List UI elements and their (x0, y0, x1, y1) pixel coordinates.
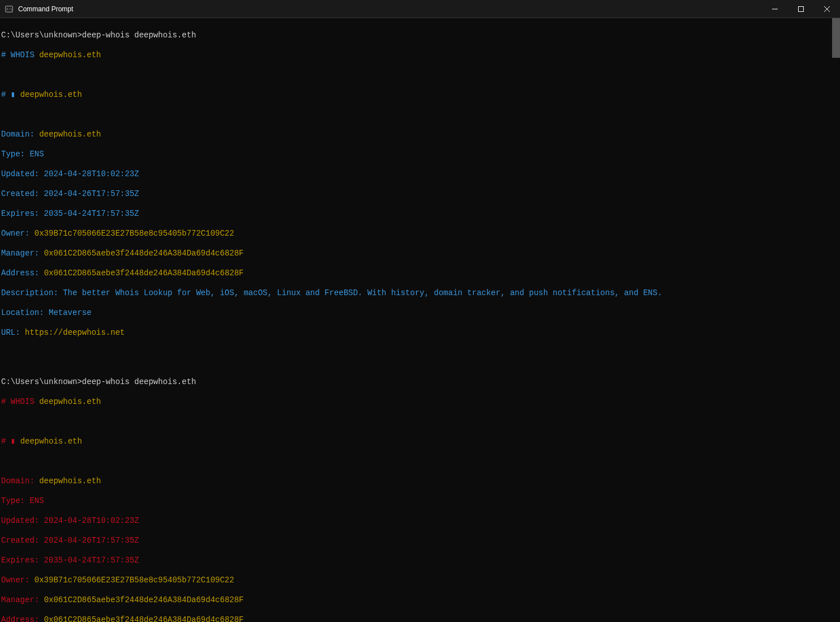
owner-value: 0x39B71c705066E23E27B58e8c95405b772C109C… (35, 576, 234, 585)
whois-header-prefix: # WHOIS (1, 50, 39, 59)
minimize-button[interactable] (762, 0, 788, 18)
description-line: Description: The better Whois Lookup for… (1, 288, 662, 297)
type-line: Type: ENS (1, 496, 44, 505)
titlebar-controls (762, 0, 840, 18)
svg-rect-3 (799, 6, 804, 11)
manager-label: Manager: (1, 595, 44, 604)
close-button[interactable] (814, 0, 840, 18)
cmd-icon: C:\ (5, 5, 14, 14)
domain-label: Domain: (1, 476, 39, 485)
command: deep-whois deepwhois.eth (82, 31, 196, 40)
expires-line: Expires: 2035-04-24T17:57:35Z (1, 556, 139, 565)
whois-header-domain: deepwhois.eth (39, 397, 101, 406)
svg-text:C:\: C:\ (7, 7, 12, 10)
owner-label: Owner: (1, 576, 35, 585)
command: deep-whois deepwhois.eth (82, 377, 196, 386)
domain-label: Domain: (1, 130, 39, 139)
address-label: Address: (1, 615, 44, 622)
owner-label: Owner: (1, 229, 35, 238)
updated-line: Updated: 2024-04-28T10:02:23Z (1, 516, 139, 525)
block-header-domain: deepwhois.eth (20, 90, 82, 99)
expires-line: Expires: 2035-04-24T17:57:35Z (1, 209, 139, 218)
manager-value: 0x061C2D865aebe3f2448de246A384Da69d4c682… (44, 595, 244, 604)
type-line: Type: ENS (1, 150, 44, 159)
titlebar: C:\ Command Prompt (0, 0, 840, 18)
terminal-output[interactable]: C:\Users\unknown>deep-whois deepwhois.et… (0, 18, 840, 622)
address-value: 0x061C2D865aebe3f2448de246A384Da69d4c682… (44, 269, 244, 278)
window-title: Command Prompt (18, 5, 762, 13)
created-line: Created: 2024-04-26T17:57:35Z (1, 189, 139, 198)
location-line: Location: Metaverse (1, 308, 92, 317)
prompt: C:\Users\unknown> (1, 31, 82, 40)
whois-header-prefix: # WHOIS (1, 397, 39, 406)
domain-value: deepwhois.eth (39, 476, 101, 485)
address-label: Address: (1, 269, 44, 278)
block-header-domain: deepwhois.eth (20, 437, 82, 446)
manager-label: Manager: (1, 249, 44, 258)
domain-value: deepwhois.eth (39, 130, 101, 139)
manager-value: 0x061C2D865aebe3f2448de246A384Da69d4c682… (44, 249, 244, 258)
prompt: C:\Users\unknown> (1, 377, 82, 386)
url-value: https://deepwhois.net (25, 328, 125, 337)
url-label: URL: (1, 328, 25, 337)
block-header-prefix: # ▮ (1, 90, 20, 99)
whois-header-domain: deepwhois.eth (39, 50, 101, 59)
owner-value: 0x39B71c705066E23E27B58e8c95405b772C109C… (35, 229, 234, 238)
maximize-button[interactable] (788, 0, 814, 18)
created-line: Created: 2024-04-26T17:57:35Z (1, 536, 139, 545)
address-value: 0x061C2D865aebe3f2448de246A384Da69d4c682… (44, 615, 244, 622)
updated-line: Updated: 2024-04-28T10:02:23Z (1, 169, 139, 178)
block-header-prefix: # ▮ (1, 437, 20, 446)
